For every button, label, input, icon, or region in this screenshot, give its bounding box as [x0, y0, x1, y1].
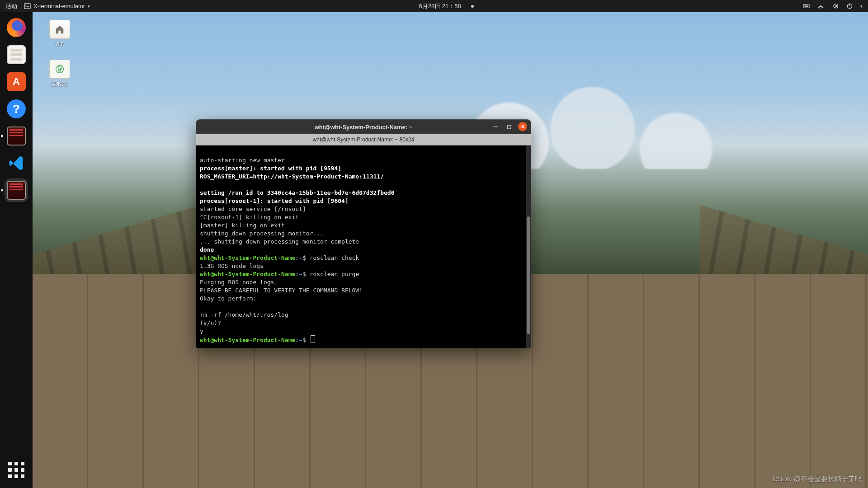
terminal-tab[interactable]: wht@wht-System-Product-Name: ~ 80x24	[196, 134, 531, 145]
dock-item-firefox[interactable]	[5, 16, 28, 39]
desktop-icon-trash[interactable]: 回收站	[43, 60, 76, 88]
dock: A ?	[0, 12, 33, 488]
desktop-icons: wht 回收站	[43, 20, 76, 88]
dock-item-help[interactable]: ?	[5, 97, 28, 121]
terminal-scrollbar[interactable]	[526, 145, 531, 348]
clock[interactable]: 6月28日 21：58	[419, 2, 461, 10]
keyboard-layout-icon[interactable]	[802, 3, 810, 10]
notification-dot-icon	[471, 5, 474, 8]
dock-item-software[interactable]: A	[5, 70, 28, 94]
terminal-icon	[7, 127, 26, 145]
top-bar: 活动 X-terminal-emulator ▾ 6月28日 21：58 ▾	[0, 0, 868, 12]
firefox-icon	[7, 18, 26, 37]
window-maximize-button[interactable]: ▢	[505, 122, 514, 131]
dock-item-files[interactable]	[5, 43, 28, 66]
terminal-output[interactable]: auto-starting new master process[master]…	[196, 145, 531, 348]
terminal-window: wht@wht-System-Product-Name: ~ — ▢ ✕ wht…	[196, 120, 531, 348]
desktop-icon-label: wht	[56, 41, 64, 47]
volume-icon[interactable]	[831, 3, 839, 10]
software-store-icon: A	[7, 72, 26, 91]
desktop-icon-home[interactable]: wht	[43, 20, 76, 47]
watermark: CSDN @不会是要长脑子了吧	[773, 475, 862, 483]
files-icon	[7, 45, 26, 64]
trash-icon	[49, 60, 70, 79]
system-menu-chevron-icon[interactable]: ▾	[860, 4, 863, 9]
help-icon: ?	[7, 99, 26, 118]
activities-button[interactable]: 活动	[5, 2, 17, 10]
window-minimize-button[interactable]: —	[491, 122, 500, 131]
svg-rect-1	[803, 5, 809, 8]
app-menu[interactable]: X-terminal-emulator ▾	[24, 3, 90, 10]
power-icon[interactable]	[846, 3, 853, 10]
window-close-button[interactable]: ✕	[518, 122, 527, 131]
cursor-icon	[311, 335, 315, 343]
desktop-icon-label: 回收站	[52, 80, 68, 88]
app-menu-label: X-terminal-emulator	[33, 3, 85, 9]
dock-item-terminal-1[interactable]	[5, 124, 28, 148]
show-applications-button[interactable]	[5, 458, 28, 482]
svg-point-2	[820, 8, 821, 9]
dock-item-terminal-2[interactable]	[5, 178, 28, 202]
network-icon[interactable]	[817, 3, 824, 10]
dock-item-vscode[interactable]	[5, 151, 28, 175]
terminal-icon	[7, 181, 26, 200]
window-titlebar[interactable]: wht@wht-System-Product-Name: ~ — ▢ ✕	[196, 120, 531, 134]
terminal-icon	[24, 3, 31, 10]
terminal-tab-label: wht@wht-System-Product-Name: ~ 80x24	[313, 136, 415, 143]
window-title: wht@wht-System-Product-Name: ~	[315, 124, 413, 131]
home-folder-icon	[49, 20, 70, 39]
vscode-icon	[7, 154, 25, 172]
